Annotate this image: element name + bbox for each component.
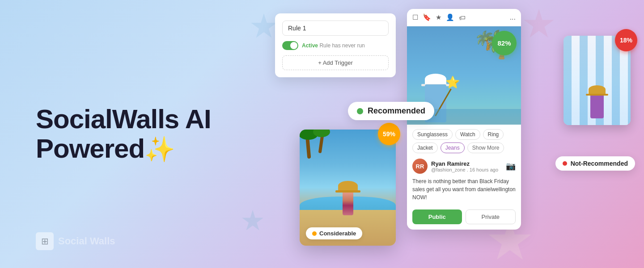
palm-tree-1 — [306, 134, 310, 159]
tf-hat — [589, 85, 606, 94]
not-recommended-badge: Not-Recommended — [555, 156, 635, 171]
score-badge-59: 59% — [378, 123, 400, 145]
post-time: 16 hours ago — [470, 167, 498, 172]
add-trigger-button[interactable]: + Add Trigger — [282, 55, 389, 70]
active-label: Active — [302, 42, 318, 49]
user-avatar: RR — [412, 159, 428, 174]
tag-icon[interactable]: 🏷 — [459, 14, 466, 21]
person-icon[interactable]: 👤 — [446, 13, 454, 21]
show-more-tag[interactable]: Show More — [467, 142, 504, 153]
private-button[interactable]: Private — [466, 209, 516, 224]
bookmark-icon[interactable]: 🔖 — [423, 13, 431, 21]
rule-card: Active Rule has never run + Add Trigger — [275, 13, 396, 77]
starfish-emoji: ⭐ — [445, 75, 460, 89]
considerable-badge: Considerable — [306, 227, 362, 239]
user-meta: @fashion_zone . 16 hours ago — [431, 167, 502, 172]
checkbox-icon[interactable]: ☐ — [412, 13, 418, 21]
card-user: RR Ryan Ramirez @fashion_zone . 16 hours… — [407, 155, 521, 177]
tag-watch[interactable]: Watch — [455, 129, 480, 140]
active-toggle[interactable] — [282, 41, 298, 50]
rule-name-input[interactable] — [282, 21, 389, 36]
instagram-icon: 📷 — [506, 161, 516, 171]
thumbnail-card: 18% — [564, 36, 631, 125]
decorative-star-4 — [523, 9, 555, 40]
figure-hat — [338, 181, 358, 191]
hero-title-line1: SocialWalls AI — [36, 104, 211, 134]
card-tags: Sunglassess Watch Ring Jacket Jeans Show… — [407, 125, 521, 155]
card-actions: Public Private — [407, 206, 521, 230]
fp-hat — [425, 74, 446, 84]
rule-status: Active Rule has never run — [282, 41, 389, 50]
social-score-value: 82% — [497, 39, 511, 47]
tag-jacket[interactable]: Jacket — [412, 142, 438, 153]
orange-dot — [312, 231, 317, 236]
beach-figure — [339, 181, 357, 221]
score-badge-18: 18% — [615, 29, 637, 51]
tf-body — [590, 94, 604, 118]
beach-card: 59% Considerable — [300, 130, 396, 246]
beach-score-value: 59% — [383, 130, 395, 138]
thumb-figure — [589, 85, 606, 118]
more-options-icon[interactable]: ... — [510, 13, 516, 21]
public-button[interactable]: Public — [412, 209, 462, 224]
user-info: Ryan Ramirez @fashion_zone . 16 hours ag… — [431, 160, 502, 172]
hero-title: SocialWalls AI Powered✨ — [36, 105, 237, 163]
palm-tree-2 — [320, 132, 323, 153]
brand-icon: ⊞ — [36, 232, 54, 250]
sparkle-icon: ✨ — [144, 135, 175, 163]
post-text: There is nothing better than Black Frida… — [407, 177, 521, 206]
green-dot — [357, 108, 363, 114]
user-handle: @fashion_zone — [431, 167, 466, 172]
red-dot — [563, 161, 567, 166]
decorative-star-2 — [242, 210, 264, 232]
recommended-badge: Recommended — [348, 102, 434, 120]
hero-title-line2: Powered — [36, 134, 144, 163]
status-text: Active Rule has never run — [302, 42, 365, 49]
beach-image: Considerable — [300, 130, 396, 246]
never-run-label: Rule has never run — [319, 42, 364, 49]
star-icon[interactable]: ★ — [436, 13, 441, 21]
thumb-score-value: 18% — [620, 37, 632, 44]
not-recommended-label: Not-Recommended — [571, 160, 628, 167]
score-badge-82: 82% — [492, 31, 517, 55]
add-trigger-label: + Add Trigger — [318, 59, 353, 66]
recommended-label: Recommended — [368, 106, 425, 116]
tag-jeans[interactable]: Jeans — [441, 142, 465, 153]
considerable-label: Considerable — [319, 230, 356, 237]
card-toolbar: ☐ 🔖 ★ 👤 🏷 ... — [407, 9, 521, 26]
figure-body — [343, 191, 353, 215]
decorative-star-1 — [250, 13, 277, 40]
user-name: Ryan Ramirez — [431, 160, 502, 167]
brand-logo: ⊞ Social Walls — [36, 232, 115, 250]
brand-name: Social Walls — [58, 235, 115, 247]
tag-ring[interactable]: Ring — [483, 129, 504, 140]
tag-sunglassess[interactable]: Sunglassess — [412, 129, 453, 140]
hero-section: SocialWalls AI Powered✨ — [36, 105, 237, 163]
